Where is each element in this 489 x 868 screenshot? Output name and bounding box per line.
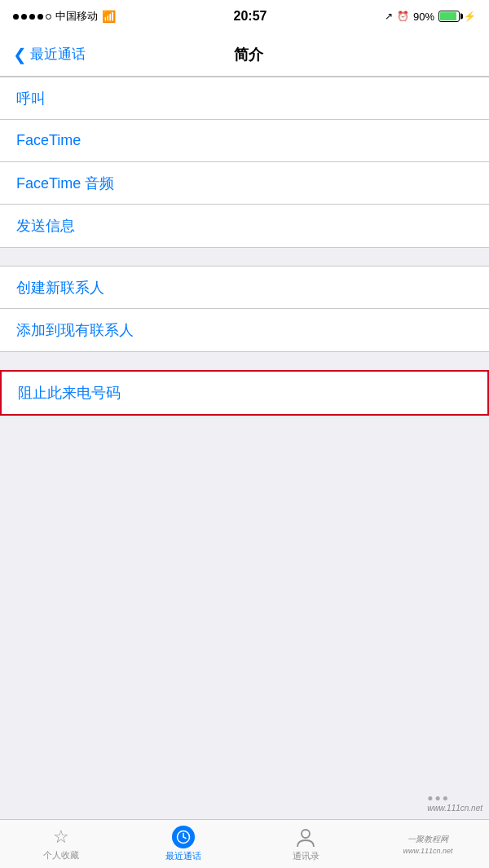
back-chevron-icon: ❮	[13, 46, 27, 63]
signal-dot-4	[37, 14, 43, 20]
block-section: 阻止此来电号码	[0, 370, 489, 416]
send-message-item[interactable]: 发送信息	[0, 205, 489, 247]
send-message-label: 发送信息	[16, 216, 75, 236]
watermark-url: www.111cn.net	[403, 847, 452, 855]
calls-section: 呼叫 FaceTime FaceTime 音频 发送信息	[0, 77, 489, 248]
watermark: ●●● www.111cn.net	[427, 792, 482, 813]
tab-favorites-label: 个人收藏	[43, 849, 79, 861]
facetime-audio-item[interactable]: FaceTime 音频	[0, 162, 489, 205]
call-item[interactable]: 呼叫	[0, 77, 489, 120]
tab-favorites[interactable]: ☆ 个人收藏	[0, 826, 122, 861]
back-label: 最近通话	[30, 45, 86, 64]
clock-icon	[172, 826, 195, 848]
battery-fill	[440, 12, 456, 20]
battery-percent: 90%	[413, 11, 434, 23]
star-icon: ☆	[53, 826, 69, 848]
facetime-audio-label: FaceTime 音频	[16, 174, 114, 193]
watermark-dots: ●●●	[427, 792, 450, 804]
status-time: 20:57	[234, 9, 267, 24]
watermark-name: 一聚教程网	[408, 834, 448, 845]
facetime-label: FaceTime	[16, 132, 81, 149]
signal-dot-3	[29, 14, 35, 20]
tab-contacts[interactable]: 通讯录	[244, 826, 367, 862]
status-left: 中国移动 📶	[13, 9, 116, 24]
person-icon	[294, 826, 317, 848]
svg-point-1	[302, 830, 310, 838]
alarm-icon: ⏰	[397, 11, 409, 22]
signal-dots	[13, 14, 51, 20]
battery-icon	[438, 11, 460, 22]
signal-dot-1	[13, 14, 19, 20]
signal-dot-2	[21, 14, 27, 20]
status-bar: 中国移动 📶 20:57 ↗ ⏰ 90% ⚡	[0, 0, 489, 33]
call-label: 呼叫	[16, 89, 46, 108]
create-contact-label: 创建新联系人	[16, 278, 104, 297]
status-right: ↗ ⏰ 90% ⚡	[385, 11, 476, 23]
create-contact-item[interactable]: 创建新联系人	[0, 267, 489, 309]
tab-recents-label: 最近通话	[165, 850, 201, 862]
contacts-section: 创建新联系人 添加到现有联系人	[0, 266, 489, 352]
page-title: 简介	[234, 45, 263, 64]
tab-watermark-area: 一聚教程网 www.111cn.net	[367, 834, 489, 855]
block-section-wrapper: 阻止此来电号码	[0, 370, 489, 416]
watermark-site: www.111cn.net	[427, 804, 482, 813]
wifi-icon: 📶	[102, 10, 116, 23]
block-number-item[interactable]: 阻止此来电号码	[2, 372, 487, 414]
tab-contacts-label: 通讯录	[293, 850, 319, 862]
block-number-label: 阻止此来电号码	[18, 383, 121, 403]
charging-icon: ⚡	[464, 11, 476, 22]
signal-dot-5	[46, 14, 51, 20]
carrier-label: 中国移动	[55, 9, 98, 24]
location-icon: ↗	[385, 11, 393, 22]
facetime-item[interactable]: FaceTime	[0, 120, 489, 162]
add-to-contact-label: 添加到现有联系人	[16, 320, 134, 340]
back-button[interactable]: ❮ 最近通话	[13, 45, 86, 64]
add-to-contact-item[interactable]: 添加到现有联系人	[0, 309, 489, 351]
tab-bar: ☆ 个人收藏 最近通话 通讯录 一聚教程网 www.111cn.net	[0, 819, 489, 868]
nav-bar: ❮ 最近通话 简介	[0, 33, 489, 77]
content-area: 呼叫 FaceTime FaceTime 音频 发送信息 创建新联系人 添加到现…	[0, 77, 489, 819]
tab-recents[interactable]: 最近通话	[122, 826, 244, 862]
